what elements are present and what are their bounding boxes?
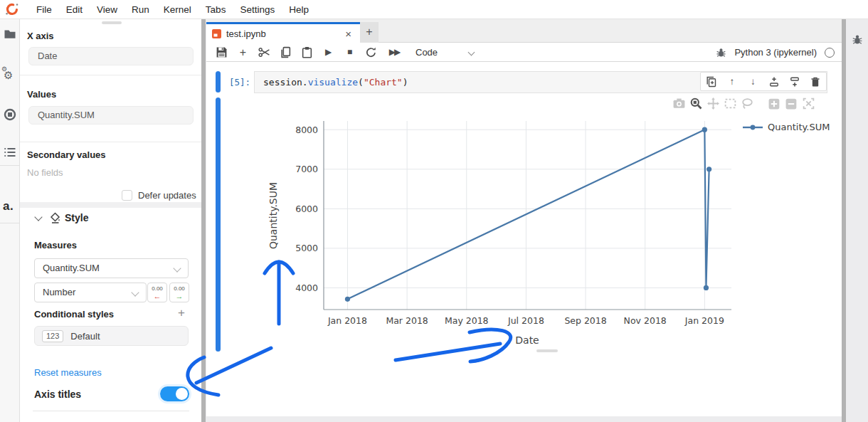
chevron-down-icon — [173, 264, 181, 272]
duplicate-cell-icon[interactable] — [706, 76, 717, 88]
zoom-mode-icon[interactable] — [689, 97, 703, 110]
new-launcher-button[interactable]: + — [360, 22, 379, 43]
zoom-out-icon[interactable] — [785, 97, 798, 110]
restart-kernel-icon[interactable] — [365, 46, 377, 58]
menu-edit[interactable]: Edit — [59, 4, 90, 15]
run-cell-icon[interactable]: ▶ — [322, 46, 334, 58]
debugger-sidebar-bug-icon[interactable] — [852, 33, 863, 45]
cut-cells-icon[interactable] — [258, 46, 270, 58]
panel-drag-handle[interactable] — [102, 21, 122, 24]
debugger-bug-icon[interactable] — [716, 47, 726, 58]
svg-text:May 2018: May 2018 — [445, 315, 489, 326]
box-select-icon[interactable] — [724, 97, 737, 110]
move-cell-down-icon[interactable]: ↓ — [747, 76, 758, 88]
menu-settings[interactable]: Settings — [233, 4, 282, 15]
pan-mode-icon[interactable] — [706, 97, 720, 110]
panel-resize-splitter[interactable] — [201, 19, 206, 422]
copy-cells-icon[interactable] — [280, 46, 292, 58]
conditional-style-default-row[interactable]: 123 Default — [34, 326, 189, 346]
notebook-panel: test.ipynb × + + — [206, 19, 842, 422]
right-dock-border — [842, 19, 846, 422]
style-section-title: Style — [65, 212, 88, 223]
x-axis-section-label: X axis — [27, 31, 54, 41]
secondary-values-empty: No fields — [27, 167, 63, 178]
x-axis-title: Date — [515, 334, 539, 346]
axis-titles-toggle[interactable] — [160, 386, 189, 401]
defer-updates-label: Defer updates — [138, 190, 196, 201]
svg-text:5000: 5000 — [295, 243, 318, 253]
add-conditional-style-button[interactable]: + — [178, 306, 185, 320]
notebook-toolbar: + ▶ ■ ▶▶ Code — [206, 43, 842, 62]
save-icon[interactable] — [216, 46, 228, 58]
increase-decimals-button[interactable]: 0.00 → — [169, 283, 189, 302]
stop-kernel-icon[interactable]: ■ — [344, 46, 356, 58]
insert-cell-above-icon[interactable] — [768, 76, 780, 88]
insert-cell-below-icon[interactable] — [789, 76, 800, 88]
cell-type-select[interactable]: Code — [416, 47, 474, 58]
axis-title-handle[interactable] — [536, 349, 558, 352]
conditional-styles-label: Conditional styles — [34, 309, 114, 320]
x-axis-field-chip[interactable]: Date — [28, 47, 194, 65]
running-kernels-icon[interactable] — [4, 108, 16, 121]
chart-series-line — [345, 127, 711, 302]
svg-text:Nov 2018: Nov 2018 — [624, 315, 667, 326]
svg-text:Jul 2018: Jul 2018 — [507, 315, 544, 326]
kernel-status-indicator — [825, 48, 835, 58]
svg-text:Sep 2018: Sep 2018 — [564, 315, 606, 326]
jupyterlab-window: File Edit View Run Kernel Tabs Settings … — [0, 0, 868, 422]
file-browser-icon[interactable] — [4, 28, 16, 41]
menu-run[interactable]: Run — [125, 4, 157, 15]
menu-help[interactable]: Help — [282, 4, 316, 15]
menu-tabs[interactable]: Tabs — [199, 4, 233, 15]
activity-bar: ⚙⚙ a. — [0, 19, 20, 422]
values-field-chip[interactable]: Quantity.SUM — [28, 106, 194, 125]
paste-cells-icon[interactable] — [301, 46, 313, 58]
y-axis-title: Quantity.SUM — [268, 182, 279, 249]
measure-select[interactable]: Quantity.SUM — [34, 258, 189, 278]
number-format-select[interactable]: Number — [34, 283, 147, 302]
property-inspector-icon[interactable]: ⚙⚙ — [4, 69, 16, 82]
menu-view[interactable]: View — [90, 4, 125, 15]
app-logo-icon — [5, 2, 19, 16]
paint-bucket-icon — [50, 212, 61, 223]
menu-kernel[interactable]: Kernel — [157, 4, 199, 15]
decrease-decimals-button[interactable]: 0.00 ← — [147, 283, 167, 302]
reset-measures-link[interactable]: Reset measures — [34, 367, 102, 378]
notebook-content: [5]: session.visualize("Chart") ↑ ↓ — [206, 62, 842, 416]
restart-run-all-icon[interactable]: ▶▶ — [386, 46, 402, 58]
svg-text:Jan 2018: Jan 2018 — [327, 315, 367, 326]
menu-file[interactable]: File — [29, 4, 59, 15]
number-format-badge: 123 — [42, 330, 63, 342]
divider — [20, 142, 201, 142]
section-groove — [20, 202, 201, 208]
line-chart[interactable]: Jan 2018Mar 2018May 2018Jul 2018Sep 2018… — [260, 112, 840, 359]
notebook-file-icon — [212, 29, 221, 38]
kernel-name[interactable]: Python 3 (ipykernel) — [734, 47, 817, 58]
autoscale-icon[interactable] — [802, 97, 815, 110]
legend-line-swatch — [742, 124, 763, 131]
close-tab-icon[interactable]: × — [345, 28, 354, 40]
zoom-in-icon[interactable] — [768, 97, 781, 110]
chart-tick-labels: Jan 2018Mar 2018May 2018Jul 2018Sep 2018… — [295, 125, 724, 326]
add-cell-icon[interactable]: + — [237, 46, 249, 58]
secondary-values-label: Secondary values — [27, 149, 106, 160]
delete-cell-icon[interactable] — [810, 76, 821, 88]
table-of-contents-icon[interactable] — [4, 146, 16, 159]
move-cell-up-icon[interactable]: ↑ — [726, 76, 738, 88]
svg-text:7000: 7000 — [295, 164, 318, 174]
download-plot-icon[interactable] — [672, 97, 686, 110]
dock-tab-bar: test.ipynb × + — [206, 19, 842, 43]
cell-output-collapser[interactable] — [216, 97, 221, 352]
cell-toolbar: ↑ ↓ — [700, 72, 827, 91]
right-arrow-icon: → — [170, 292, 189, 300]
style-section-chevron-icon[interactable] — [34, 213, 42, 221]
axis-titles-label: Axis titles — [34, 389, 81, 400]
lasso-select-icon[interactable] — [741, 97, 754, 110]
tab-test-ipynb[interactable]: test.ipynb × — [206, 22, 360, 43]
svg-text:8000: 8000 — [295, 125, 318, 135]
chart-legend-item[interactable]: Quantity.SUM — [742, 122, 830, 132]
chevron-down-icon — [468, 48, 475, 56]
toggle-knob — [176, 388, 188, 400]
defer-updates-checkbox[interactable] — [122, 190, 132, 201]
atoti-tab-logo[interactable]: a. — [3, 199, 14, 213]
